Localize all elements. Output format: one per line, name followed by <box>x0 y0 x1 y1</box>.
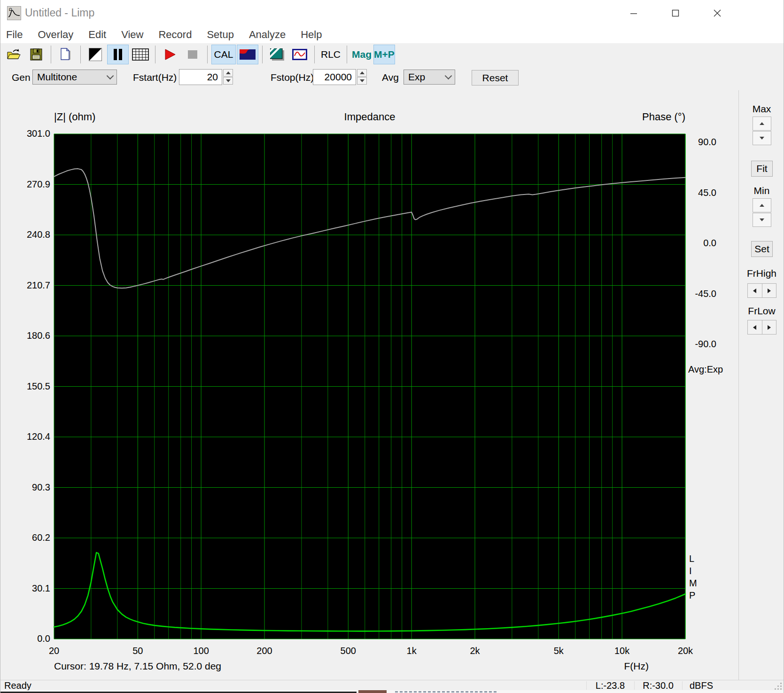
x-tick: 20 <box>35 646 73 656</box>
frlow-left-button[interactable] <box>747 320 762 335</box>
max-label: Max <box>739 103 784 115</box>
max-down-button[interactable] <box>753 131 771 145</box>
close-button[interactable] <box>707 4 728 23</box>
phase-tick: 45.0 <box>669 187 716 198</box>
menu-overlay[interactable]: Overlay <box>30 28 81 42</box>
maximize-button[interactable] <box>665 4 686 23</box>
status-separator <box>634 681 635 690</box>
x-tick: 500 <box>329 646 367 656</box>
status-bar: Ready L:-23.8 R:-30.0 dBFS <box>0 680 784 691</box>
frhigh-left-button[interactable] <box>747 283 762 298</box>
phase-tick: 0.0 <box>669 238 716 249</box>
close-icon <box>714 9 721 17</box>
frhigh-right-button[interactable] <box>762 283 777 298</box>
overlay-button[interactable] <box>266 45 288 64</box>
black-white-diagonal-icon <box>89 48 102 61</box>
sine-wave-icon <box>292 49 307 60</box>
status-right-level: R:-30.0 <box>636 680 681 691</box>
fstop-label: Fstop(Hz) <box>271 72 314 83</box>
generator-controls: Gen Multitone Fstart(Hz) Fstop(Hz) Avg E… <box>0 66 784 90</box>
toolbar-separator <box>207 46 208 63</box>
open-file-button[interactable] <box>3 45 24 64</box>
up-arrow-icon <box>760 122 764 125</box>
minimize-icon <box>630 9 637 17</box>
impedance-chart: |Z| (ohm) Impedance Phase (°) 301.0270.9… <box>0 90 738 680</box>
fstart-spin-down[interactable] <box>223 77 233 85</box>
reset-button[interactable]: Reset <box>472 70 519 86</box>
toolbar-separator <box>155 46 155 63</box>
x-tick: 10k <box>603 646 641 656</box>
cursor-readout: Cursor: 19.78 Hz, 7.15 Ohm, 52.0 deg <box>54 661 221 672</box>
magnitude-view-button[interactable]: Mag <box>351 45 373 64</box>
up-arrow-icon <box>226 71 231 74</box>
menu-view[interactable]: View <box>114 28 151 42</box>
main-area: |Z| (ohm) Impedance Phase (°) 301.0270.9… <box>0 90 784 680</box>
z-tick: 120.4 <box>2 431 50 442</box>
scale-setup-button[interactable] <box>237 45 258 64</box>
right-arrow-icon <box>768 288 771 293</box>
menu-bar: File Overlay Edit View Record Setup Anal… <box>0 26 784 43</box>
calibrate-button[interactable]: CAL <box>211 45 236 64</box>
frhigh-label: FrHigh <box>739 268 784 279</box>
save-button[interactable] <box>25 45 47 64</box>
z-tick: 270.9 <box>2 179 50 190</box>
bw-background-toggle-button[interactable] <box>85 45 106 64</box>
min-down-button[interactable] <box>753 213 771 227</box>
magnitude-phase-view-button[interactable]: M+P <box>373 45 395 64</box>
resize-grip[interactable] <box>774 682 782 690</box>
fit-button[interactable]: Fit <box>751 161 773 177</box>
chevron-down-icon <box>445 72 452 80</box>
fstop-spin-up[interactable] <box>357 69 367 77</box>
min-up-button[interactable] <box>753 198 771 212</box>
avg-label: Avg <box>382 72 399 83</box>
toolbar-separator <box>262 46 263 63</box>
set-button[interactable]: Set <box>751 241 773 257</box>
time-record-view-button[interactable] <box>289 45 310 64</box>
right-arrow-icon <box>768 325 771 330</box>
rlc-button[interactable]: RLC <box>318 45 343 64</box>
frlow-right-button[interactable] <box>762 320 777 335</box>
up-arrow-icon <box>760 204 764 207</box>
z-tick: 30.1 <box>2 583 50 594</box>
minimize-button[interactable] <box>623 4 644 23</box>
max-up-button[interactable] <box>753 117 771 131</box>
generator-type-value: Multitone <box>37 71 77 83</box>
fstart-input[interactable] <box>179 69 222 85</box>
stop-icon <box>187 49 198 60</box>
up-arrow-icon <box>360 71 365 74</box>
overlay-stripes-icon <box>270 48 284 61</box>
menu-record[interactable]: Record <box>151 28 199 42</box>
fstop-spinner <box>357 69 367 85</box>
pause-button[interactable] <box>107 45 129 64</box>
toolbar-separator <box>314 46 315 63</box>
z-tick: 240.8 <box>2 229 50 240</box>
toolbar-separator <box>80 46 81 63</box>
limp-app-window: Ω Untitled - Limp File Overlay Edit View… <box>0 0 784 693</box>
stop-record-button[interactable] <box>182 45 203 64</box>
fstop-input[interactable] <box>313 69 356 85</box>
menu-analyze[interactable]: Analyze <box>241 28 293 42</box>
min-label: Min <box>739 185 784 196</box>
z-tick: 150.5 <box>2 381 50 392</box>
x-tick: 1k <box>393 646 430 656</box>
menu-file[interactable]: File <box>0 28 30 42</box>
menu-edit[interactable]: Edit <box>81 28 114 42</box>
generator-type-select[interactable]: Multitone <box>32 70 117 85</box>
menu-setup[interactable]: Setup <box>199 28 241 42</box>
phase-tick: 90.0 <box>669 137 716 148</box>
toolbar: CAL RLC Mag M+P <box>0 43 784 66</box>
averaging-select[interactable]: Exp <box>404 70 455 85</box>
pause-icon <box>113 48 123 61</box>
fstart-spin-up[interactable] <box>223 69 233 77</box>
x-tick: 200 <box>246 646 283 656</box>
z-tick: 90.3 <box>2 482 50 493</box>
fstop-spin-down[interactable] <box>357 77 367 85</box>
copy-button[interactable] <box>55 45 77 64</box>
plot-canvas[interactable] <box>0 90 738 680</box>
data-table-button[interactable] <box>130 45 151 64</box>
menu-help[interactable]: Help <box>293 28 329 42</box>
start-record-button[interactable] <box>159 45 181 64</box>
fstart-label: Fstart(Hz) <box>133 72 177 83</box>
x-axis-title: F(Hz) <box>602 661 649 672</box>
save-floppy-icon <box>30 48 43 61</box>
